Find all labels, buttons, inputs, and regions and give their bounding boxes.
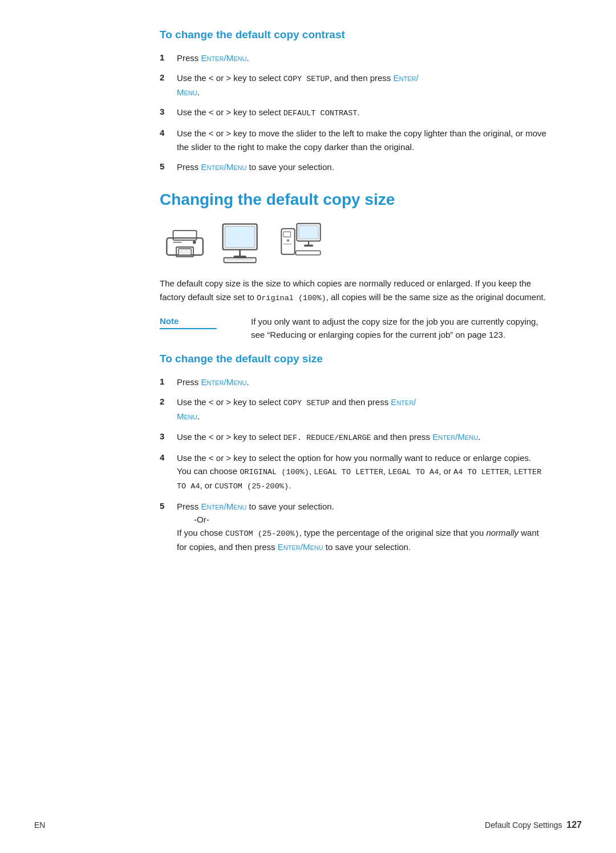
size-step-content-1: Press Enter/Menu. <box>177 375 548 389</box>
step-number-1: 1 <box>160 51 177 64</box>
step-content-5: Press Enter/Menu to save your selection. <box>177 160 548 173</box>
size-enter-menu-link-4[interactable]: Enter/Menu <box>201 502 247 511</box>
page: To change the default copy contrast 1 Pr… <box>0 0 616 853</box>
step-4: 4 Use the < or > key to move the slider … <box>160 127 548 153</box>
copy-size-steps: 1 Press Enter/Menu. 2 Use the < or > key… <box>160 375 548 553</box>
step-content-3: Use the < or > key to select DEFAULT CON… <box>177 106 548 120</box>
section-contrast-heading: To change the default copy contrast <box>160 29 548 41</box>
original-mono: ORIGINAL (100%) <box>240 468 309 476</box>
section-copy-size: To change the default copy size 1 Press … <box>160 353 548 553</box>
note-text: If you only want to adjust the copy size… <box>251 315 548 342</box>
size-step-number-5: 5 <box>160 500 177 554</box>
size-step-4: 4 Use the < or > key to select the optio… <box>160 451 548 493</box>
section-copy-size-heading: To change the default copy size <box>160 353 548 365</box>
printer-icon <box>160 223 211 263</box>
custom-mono-2: CUSTOM (25-200%) <box>225 529 299 538</box>
size-enter-menu-link-3[interactable]: Enter/Menu <box>432 432 478 442</box>
note-section: Note If you only want to adjust the copy… <box>160 315 548 342</box>
contrast-steps: 1 Press Enter/Menu. 2 Use the < or > key… <box>160 51 548 173</box>
svg-rect-20 <box>296 250 321 254</box>
size-step-number-4: 4 <box>160 451 177 493</box>
or-line: -Or- <box>194 515 209 524</box>
normally-italic: normally <box>486 528 518 537</box>
footer-section-title: Default Copy Settings <box>485 820 562 830</box>
svg-point-18 <box>287 239 290 242</box>
size-step-content-4: Use the < or > key to select the option … <box>177 451 548 493</box>
size-step-number-3: 3 <box>160 430 177 444</box>
step-3: 3 Use the < or > key to select DEFAULT C… <box>160 106 548 120</box>
svg-point-4 <box>193 240 196 244</box>
device-icons-row <box>160 221 548 264</box>
enter-menu-link-1[interactable]: Enter/Menu <box>201 53 247 63</box>
size-step-number-1: 1 <box>160 375 177 389</box>
size-enter-menu-link-1[interactable]: Enter/Menu <box>201 377 247 387</box>
default-contrast-mono: DEFAULT CONTRAST <box>283 109 358 118</box>
legal-a4-mono: LEGAL TO A4 <box>388 468 439 476</box>
chapter-heading: Changing the default copy size <box>160 191 548 209</box>
note-label-text: Note <box>160 316 217 329</box>
page-footer: EN Default Copy Settings 127 <box>34 820 582 830</box>
tower-computer-icon <box>279 223 322 264</box>
custom-mono: CUSTOM (25-200%) <box>214 482 289 491</box>
def-reduce-enlarge-mono: DEF. REDUCE/ENLARGE <box>283 434 371 442</box>
svg-rect-15 <box>304 244 313 246</box>
svg-rect-7 <box>225 227 255 248</box>
svg-rect-13 <box>299 225 318 238</box>
svg-rect-17 <box>283 232 291 237</box>
step-content-2: Use the < or > key to select COPY SETUP,… <box>177 71 548 99</box>
step-1: 1 Press Enter/Menu. <box>160 51 548 64</box>
step-content-1: Press Enter/Menu. <box>177 51 548 64</box>
legal-letter-mono: LEGAL TO LETTER <box>314 468 383 476</box>
enter-menu-link-3[interactable]: Enter/Menu <box>201 162 247 172</box>
svg-rect-1 <box>173 231 197 240</box>
size-step-content-3: Use the < or > key to select DEF. REDUCE… <box>177 430 548 444</box>
step-5: 5 Press Enter/Menu to save your selectio… <box>160 160 548 173</box>
size-step-3: 3 Use the < or > key to select DEF. REDU… <box>160 430 548 444</box>
size-step-5: 5 Press Enter/Menu to save your selectio… <box>160 500 548 554</box>
size-step-content-5: Press Enter/Menu to save your selection.… <box>177 500 548 554</box>
a4-letter-mono: A4 TO LETTER <box>453 468 509 476</box>
step-content-4: Use the < or > key to move the slider to… <box>177 127 548 153</box>
size-enter-menu-link-5[interactable]: Enter/Menu <box>278 542 323 552</box>
page-number: 127 <box>566 820 582 830</box>
svg-rect-5 <box>179 248 191 254</box>
footer-left: EN <box>34 820 45 830</box>
size-step-2: 2 Use the < or > key to select COPY SETU… <box>160 395 548 423</box>
step-number-2: 2 <box>160 71 177 99</box>
original-100-mono: Original (100%) <box>257 294 326 302</box>
chapter-section: Changing the default copy size <box>160 191 548 341</box>
size-step-1: 1 Press Enter/Menu. <box>160 375 548 389</box>
chapter-body-text: The default copy size is the size to whi… <box>160 277 548 305</box>
footer-right: Default Copy Settings 127 <box>485 820 582 830</box>
step-number-5: 5 <box>160 160 177 173</box>
note-label: Note <box>160 315 251 329</box>
step-number-3: 3 <box>160 106 177 120</box>
section-contrast: To change the default copy contrast 1 Pr… <box>160 29 548 173</box>
size-step-content-2: Use the < or > key to select COPY SETUP … <box>177 395 548 423</box>
copy-setup-mono-2: COPY SETUP <box>283 399 330 407</box>
desktop-computer-icon <box>217 221 274 264</box>
step-2: 2 Use the < or > key to select COPY SETU… <box>160 71 548 99</box>
size-step-number-2: 2 <box>160 395 177 423</box>
step-number-4: 4 <box>160 127 177 153</box>
copy-setup-mono: COPY SETUP <box>283 75 330 83</box>
